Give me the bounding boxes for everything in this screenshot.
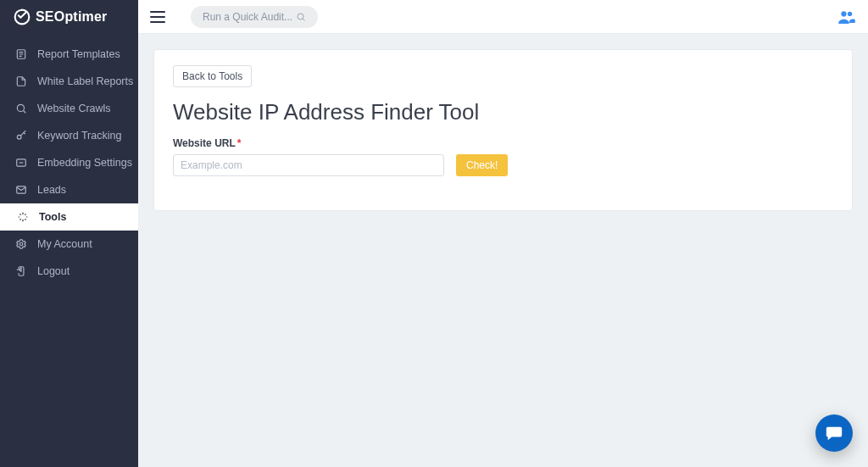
logout-icon: [15, 265, 27, 277]
tool-icon: [17, 211, 29, 223]
main: Run a Quick Audit... Back to Tools Websi…: [138, 0, 868, 467]
users-icon[interactable]: [837, 10, 856, 24]
mail-icon: [15, 184, 27, 196]
sidebar-item-label: Logout: [37, 265, 70, 277]
sidebar-item-label: Report Templates: [37, 48, 120, 60]
key-icon: [15, 130, 27, 142]
sidebar-item-label: Keyword Tracking: [37, 130, 121, 142]
sidebar-item-leads[interactable]: Leads: [0, 176, 138, 203]
svg-point-5: [19, 242, 23, 246]
sidebar-item-label: Embedding Settings: [37, 157, 132, 169]
sidebar-item-label: My Account: [37, 238, 92, 250]
chat-widget[interactable]: [815, 414, 853, 452]
search-icon: [15, 103, 27, 114]
svg-point-6: [298, 14, 303, 19]
url-field-group: Website URL*: [173, 137, 444, 176]
sidebar-item-keyword-tracking[interactable]: Keyword Tracking: [0, 122, 138, 149]
check-button[interactable]: Check!: [456, 154, 508, 176]
logo[interactable]: SEOptimer: [0, 0, 138, 34]
document-icon: [15, 75, 27, 87]
embed-icon: [15, 157, 27, 169]
sidebar-item-embedding[interactable]: Embedding Settings: [0, 149, 138, 176]
back-button[interactable]: Back to Tools: [173, 65, 252, 87]
logo-icon: [14, 8, 31, 25]
sidebar-item-tools[interactable]: Tools: [0, 203, 138, 231]
required-asterisk: *: [237, 137, 242, 149]
sidebar-item-website-crawls[interactable]: Website Crawls: [0, 95, 138, 122]
sidebar-item-label: White Label Reports: [37, 75, 133, 87]
svg-point-1: [17, 104, 24, 111]
topbar: Run a Quick Audit...: [138, 0, 868, 34]
svg-point-8: [848, 11, 852, 15]
sidebar-item-my-account[interactable]: My Account: [0, 231, 138, 258]
url-label: Website URL*: [173, 137, 444, 149]
search-placeholder: Run a Quick Audit...: [203, 11, 292, 23]
url-form: Website URL* Check!: [173, 137, 833, 176]
template-icon: [15, 48, 27, 60]
sidebar-nav: Report Templates White Label Reports Web…: [0, 41, 138, 285]
sidebar: SEOptimer Report Templates White Label R…: [0, 0, 138, 467]
sidebar-item-label: Tools: [39, 211, 66, 223]
menu-toggle-icon[interactable]: [150, 11, 165, 23]
gear-icon: [15, 238, 27, 250]
sidebar-item-report-templates[interactable]: Report Templates: [0, 41, 138, 68]
sidebar-item-label: Leads: [37, 184, 66, 196]
search-icon: [296, 12, 306, 22]
sidebar-item-white-label[interactable]: White Label Reports: [0, 68, 138, 95]
brand-name: SEOptimer: [36, 9, 108, 25]
page-title: Website IP Address Finder Tool: [173, 99, 833, 125]
svg-point-7: [841, 11, 846, 16]
content: Back to Tools Website IP Address Finder …: [138, 34, 868, 467]
sidebar-item-label: Website Crawls: [37, 103, 111, 114]
sidebar-item-logout[interactable]: Logout: [0, 258, 138, 285]
url-input[interactable]: [173, 154, 444, 176]
tool-card: Back to Tools Website IP Address Finder …: [153, 49, 853, 211]
chat-icon: [825, 424, 843, 442]
quick-audit-search[interactable]: Run a Quick Audit...: [191, 6, 318, 28]
